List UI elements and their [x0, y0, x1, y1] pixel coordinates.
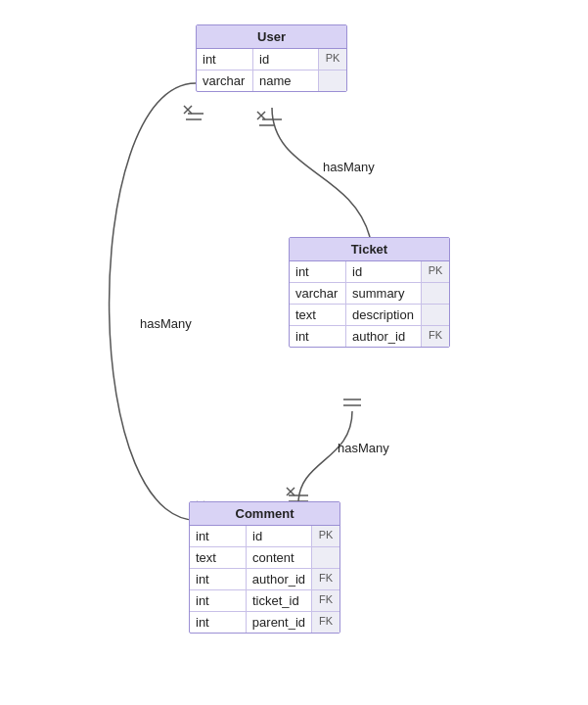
cell-key: FK	[312, 569, 339, 589]
table-row: int author_id FK	[290, 326, 449, 347]
cell-type: int	[197, 49, 253, 70]
table-row: text content	[190, 547, 339, 569]
cell-key: PK	[312, 526, 339, 546]
cell-name: parent_id	[247, 612, 312, 633]
cell-type: int	[290, 261, 346, 282]
ticket-header: Ticket	[290, 238, 449, 261]
cell-name: content	[247, 547, 312, 568]
table-row: int ticket_id FK	[190, 590, 339, 612]
table-row: varchar summary	[290, 283, 449, 305]
cell-type: text	[290, 305, 346, 325]
cell-name: id	[346, 261, 422, 282]
table-row: int id PK	[290, 261, 449, 283]
user-header: User	[197, 25, 346, 49]
cell-key: FK	[422, 326, 449, 347]
ticket-table: Ticket int id PK varchar summary text de…	[289, 237, 450, 348]
svg-line-3	[257, 112, 265, 119]
cell-name: author_id	[247, 569, 312, 589]
table-row: int author_id FK	[190, 569, 339, 590]
table-row: int id PK	[197, 49, 346, 70]
cell-name: ticket_id	[247, 590, 312, 611]
cell-key	[422, 283, 449, 304]
table-row: int parent_id FK	[190, 612, 339, 633]
relation-label-hasmany-1: hasMany	[323, 160, 375, 174]
cell-key	[312, 547, 339, 568]
diagram: User int id PK varchar name Ticket int i…	[0, 0, 588, 705]
cell-type: int	[190, 590, 247, 611]
cell-name: description	[346, 305, 422, 325]
svg-line-9	[184, 106, 192, 114]
cell-type: int	[190, 569, 247, 589]
cell-key: FK	[312, 590, 339, 611]
comment-table: Comment int id PK text content int autho…	[189, 501, 340, 634]
svg-line-8	[184, 106, 192, 114]
cell-key	[422, 305, 449, 325]
cell-key	[319, 70, 346, 91]
user-table: User int id PK varchar name	[196, 24, 347, 92]
svg-line-2	[257, 112, 265, 119]
relation-label-hasmany-3: hasMany	[338, 441, 389, 455]
cell-type: text	[190, 547, 247, 568]
cell-key: PK	[422, 261, 449, 282]
cell-name: name	[253, 70, 319, 91]
cell-name: author_id	[346, 326, 422, 347]
cell-key: FK	[312, 612, 339, 633]
cell-key: PK	[319, 49, 346, 70]
comment-header: Comment	[190, 502, 339, 526]
cell-name: id	[253, 49, 319, 70]
cell-type: int	[190, 526, 247, 546]
table-row: varchar name	[197, 70, 346, 91]
cell-name: summary	[346, 283, 422, 304]
table-row: text description	[290, 305, 449, 326]
svg-line-18	[287, 488, 294, 495]
table-row: int id PK	[190, 526, 339, 547]
svg-line-19	[287, 488, 294, 495]
cell-type: varchar	[290, 283, 346, 304]
relation-label-hasmany-2: hasMany	[140, 316, 192, 331]
cell-type: int	[290, 326, 346, 347]
cell-type: varchar	[197, 70, 253, 91]
cell-name: id	[247, 526, 312, 546]
cell-type: int	[190, 612, 247, 633]
